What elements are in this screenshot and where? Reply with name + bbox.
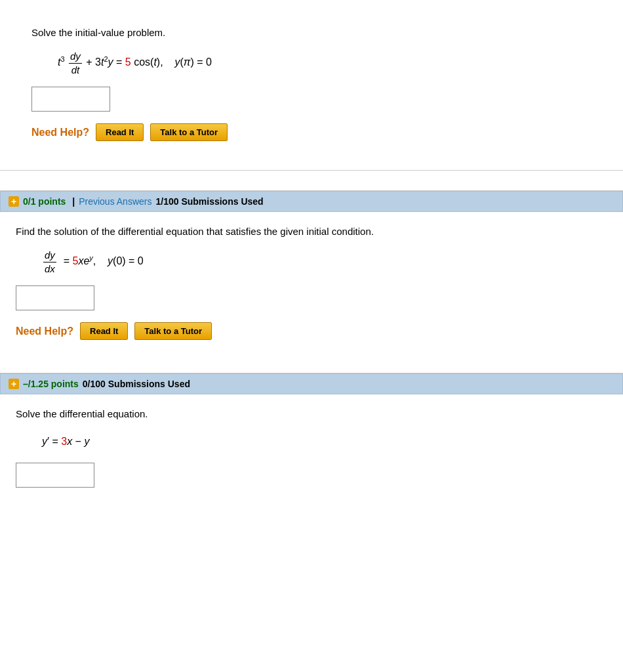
points-label-2: 0/1 points [23, 196, 66, 207]
answer-input-3[interactable] [16, 463, 94, 488]
need-help-row-1: Need Help? Read It Talk to a Tutor [31, 123, 592, 141]
equation-3: y′ = 3x − y [42, 431, 607, 452]
problem-statement-2: Find the solution of the differential eq… [16, 224, 607, 240]
plus-icon-2: + [9, 196, 19, 207]
talk-to-tutor-button-1[interactable]: Talk to a Tutor [150, 123, 228, 141]
need-help-label-1: Need Help? [31, 127, 89, 138]
problem-statement-1: Solve the initial-value problem. [31, 25, 592, 41]
problem-section-3: + –/1.25 points 0/100 Submissions Used S… [0, 373, 623, 513]
previous-answers-link-2[interactable]: Previous Answers [79, 196, 151, 207]
need-help-row-2: Need Help? Read It Talk to a Tutor [16, 322, 607, 340]
answer-input-2[interactable] [16, 285, 94, 310]
problem-body-3: Solve the differential equation. y′ = 3x… [0, 394, 623, 513]
equation-1: t3 dy dt + 3t2y = 5 cos(t), y(π) = 0 [58, 50, 592, 76]
read-it-button-1[interactable]: Read It [96, 123, 144, 141]
divider-1 [0, 171, 623, 190]
read-it-button-2[interactable]: Read It [80, 322, 128, 340]
header-bar-3: + –/1.25 points 0/100 Submissions Used [0, 373, 623, 394]
problem-body-2: Find the solution of the differential eq… [0, 212, 623, 353]
submissions-label-2: 1/100 Submissions Used [155, 196, 263, 207]
header-bar-2: + 0/1 points | Previous Answers 1/100 Su… [0, 191, 623, 212]
need-help-label-2: Need Help? [16, 326, 73, 337]
equation-2: dy dx = 5xey, y(0) = 0 [42, 249, 607, 275]
problem-section-2: + 0/1 points | Previous Answers 1/100 Su… [0, 190, 623, 353]
plus-icon-3: + [9, 379, 19, 389]
talk-to-tutor-button-2[interactable]: Talk to a Tutor [134, 322, 212, 340]
problem-section-1: Solve the initial-value problem. t3 dy d… [0, 0, 623, 171]
problem-body-1: Solve the initial-value problem. t3 dy d… [16, 13, 607, 154]
submissions-label-3: 0/100 Submissions Used [83, 379, 190, 389]
points-label-3: –/1.25 points [23, 379, 79, 389]
divider-2 [0, 353, 623, 373]
answer-input-1[interactable] [31, 87, 110, 112]
separator-2: | [70, 196, 75, 207]
problem-statement-3: Solve the differential equation. [16, 406, 607, 422]
